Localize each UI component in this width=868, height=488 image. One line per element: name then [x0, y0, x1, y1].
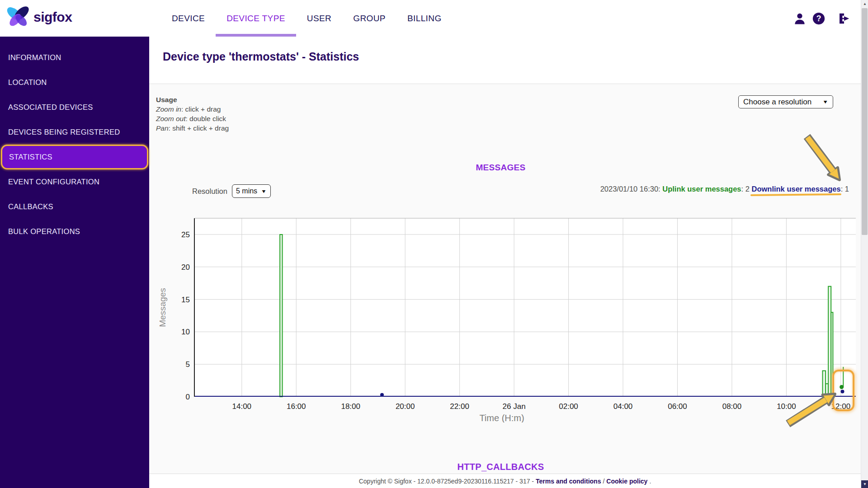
user-icon[interactable]	[793, 12, 807, 25]
sign-out-icon[interactable]	[837, 12, 851, 25]
footer-period: .	[649, 478, 651, 485]
vertical-scrollbar[interactable]: ▲ ▼	[861, 0, 868, 488]
help-icon[interactable]: ?	[812, 12, 826, 25]
main-nav: DEVICEDEVICE TYPEUSERGROUPBILLING	[161, 0, 453, 37]
messages-section-title: MESSAGES	[149, 163, 852, 173]
brand-name: sigfox	[33, 9, 72, 25]
nav-item-label: DEVICE	[172, 14, 205, 23]
nav-item-label: GROUP	[353, 14, 386, 23]
sidebar-item-label: EVENT CONFIGURATION	[8, 178, 99, 186]
sidebar-item-information[interactable]: INFORMATION	[0, 45, 149, 70]
sidebar-item-label: STATISTICS	[9, 153, 52, 161]
sidebar-item-location[interactable]: LOCATION	[0, 70, 149, 95]
tooltip-timestamp: 2023/01/10 16:30:	[600, 185, 663, 193]
nav-item-label: USER	[307, 14, 331, 23]
usage-term: Pan	[156, 124, 169, 132]
resolution-select[interactable]: 5 mins ▼	[232, 184, 271, 198]
uplink-messages-label: Uplink user messages	[662, 185, 741, 193]
usage-line: Pan: shift + click + drag	[156, 123, 229, 133]
sidebar-item-label: INFORMATION	[8, 53, 61, 62]
sidebar-item-callbacks[interactable]: CALLBACKS	[0, 194, 149, 219]
nav-item-user[interactable]: USER	[296, 0, 342, 37]
scroll-down-icon[interactable]: ▼	[861, 480, 868, 488]
svg-text:20: 20	[181, 263, 190, 272]
chevron-down-icon: ▼	[822, 99, 828, 105]
cookie-policy-link[interactable]: Cookie policy	[606, 478, 647, 485]
footer: Copyright © Sigfox - 12.0.0-8725ed9-2023…	[149, 474, 861, 488]
header-icons: ?	[793, 12, 851, 25]
svg-text:18:00: 18:00	[341, 402, 360, 411]
sidebar-item-bulk-operations[interactable]: BULK OPERATIONS	[0, 219, 149, 244]
nav-item-group[interactable]: GROUP	[342, 0, 396, 37]
nav-item-label: DEVICE TYPE	[226, 14, 285, 23]
nav-item-device-type[interactable]: DEVICE TYPE	[216, 0, 296, 37]
usage-line: Zoom in: click + drag	[156, 104, 229, 114]
page-title: Device type 'thermostats' - Statistics	[163, 50, 359, 63]
svg-text:?: ?	[816, 14, 821, 23]
svg-text:14:00: 14:00	[232, 402, 252, 411]
svg-text:08:00: 08:00	[722, 402, 742, 411]
svg-text:Messages: Messages	[158, 288, 167, 327]
resolution-row: Resolution 5 mins ▼	[192, 184, 271, 198]
usage-desc: : shift + click + drag	[169, 124, 229, 132]
svg-text:22:00: 22:00	[450, 402, 469, 411]
svg-text:02:00: 02:00	[559, 402, 578, 411]
sidebar-item-label: CALLBACKS	[8, 202, 53, 211]
sidebar-item-event-configuration[interactable]: EVENT CONFIGURATION	[0, 169, 149, 194]
usage-term: Zoom out	[156, 115, 185, 122]
sidebar-item-associated-devices[interactable]: ASSOCIATED DEVICES	[0, 95, 149, 120]
svg-text:06:00: 06:00	[668, 402, 687, 411]
svg-text:25: 25	[181, 230, 190, 239]
chart-tooltip-readout: 2023/01/10 16:30: Uplink user messages: …	[407, 185, 849, 193]
svg-text:10: 10	[181, 328, 190, 336]
butterfly-logo-icon	[6, 4, 30, 31]
terms-link[interactable]: Terms and conditions	[536, 478, 601, 485]
usage-term: Zoom in	[156, 105, 181, 113]
usage-desc: : click + drag	[181, 105, 221, 113]
sigfox-logo[interactable]: sigfox	[6, 4, 72, 31]
uplink-messages-value: : 2	[741, 185, 752, 193]
copyright-text: Copyright © Sigfox - 12.0.0-8725ed9-2023…	[359, 478, 534, 485]
svg-text:04:00: 04:00	[613, 402, 633, 411]
sidebar-item-label: BULK OPERATIONS	[8, 227, 80, 236]
sidebar-item-label: LOCATION	[8, 78, 47, 87]
svg-text:12:00: 12:00	[831, 402, 851, 411]
svg-text:5: 5	[186, 360, 190, 369]
nav-item-billing[interactable]: BILLING	[396, 0, 453, 37]
svg-text:Time (H:m): Time (H:m)	[479, 413, 524, 422]
footer-separator: /	[603, 478, 604, 485]
downlink-messages-label: Downlink user messages	[751, 185, 840, 193]
resolution-label: Resolution	[192, 187, 227, 196]
usage-help-block: Usage Zoom in: click + dragZoom out: dou…	[156, 95, 229, 133]
sidebar-item-label: ASSOCIATED DEVICES	[8, 103, 93, 112]
sidebar-item-devices-being-registered[interactable]: DEVICES BEING REGISTERED	[0, 120, 149, 145]
top-header: sigfox DEVICEDEVICE TYPEUSERGROUPBILLING…	[0, 0, 861, 37]
title-band: Device type 'thermostats' - Statistics	[149, 37, 861, 84]
downlink-messages-value: : 1	[841, 185, 849, 193]
choose-resolution-select[interactable]: Choose a resolution ▼	[738, 95, 833, 108]
svg-text:20:00: 20:00	[396, 402, 415, 411]
sidebar-item-label: DEVICES BEING REGISTERED	[8, 128, 120, 136]
svg-text:15: 15	[181, 296, 190, 304]
choose-resolution-value: Choose a resolution	[743, 98, 811, 107]
usage-heading: Usage	[156, 95, 229, 104]
resolution-value: 5 mins	[236, 187, 257, 195]
svg-text:26 Jan: 26 Jan	[503, 402, 526, 411]
svg-text:0: 0	[186, 393, 190, 401]
svg-text:10:00: 10:00	[777, 402, 796, 411]
scrollbar-thumb[interactable]	[862, 8, 868, 235]
http-callbacks-section-title: HTTP_CALLBACKS	[149, 462, 852, 472]
nav-item-label: BILLING	[407, 14, 442, 23]
svg-text:16:00: 16:00	[287, 402, 306, 411]
sidebar: INFORMATIONLOCATIONASSOCIATED DEVICESDEV…	[0, 37, 149, 488]
active-tab-underline	[216, 34, 296, 37]
messages-chart[interactable]: 051015202514:0016:0018:0020:0022:0026 Ja…	[158, 215, 861, 422]
usage-desc: : double click	[185, 115, 226, 122]
nav-item-device[interactable]: DEVICE	[161, 0, 216, 37]
sidebar-item-statistics[interactable]: STATISTICS	[1, 145, 148, 169]
scroll-up-icon[interactable]: ▲	[861, 0, 868, 8]
chevron-down-icon: ▼	[261, 188, 267, 194]
usage-line: Zoom out: double click	[156, 114, 229, 123]
